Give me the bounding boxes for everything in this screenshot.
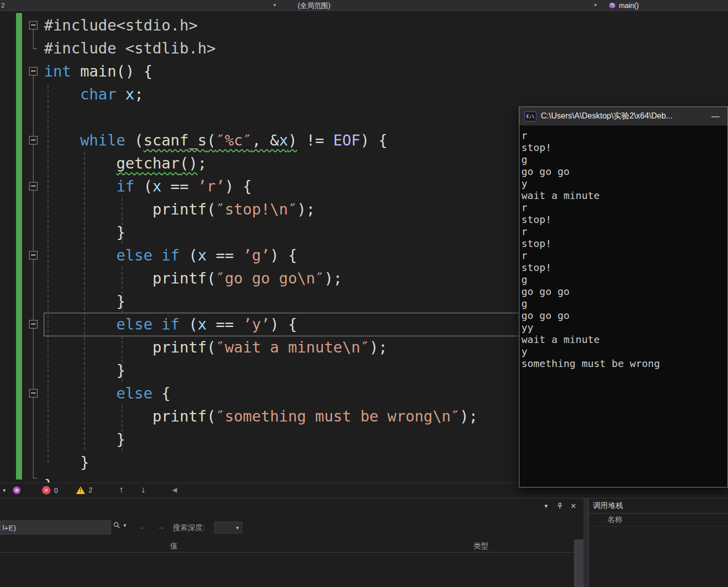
fold-marker[interactable]: [29, 136, 38, 144]
console-output: rstop!ggo go goywait a minuterstop!rstop…: [519, 126, 727, 370]
panel-divider[interactable]: [583, 498, 588, 587]
code-token: [153, 316, 162, 333]
code-token: [44, 154, 117, 172]
console-line: stop!: [521, 142, 726, 154]
search-button[interactable]: ▼: [113, 522, 127, 529]
fold-marker[interactable]: [29, 251, 38, 260]
code-token: while: [80, 132, 125, 149]
code-token: [44, 200, 153, 218]
console-titlebar[interactable]: C:\ C:\Users\A\Desktop\实验2\x64\Deb... —: [519, 107, 727, 126]
scrollbar[interactable]: [574, 540, 583, 587]
code-token: ’r’: [198, 178, 225, 195]
errors-button[interactable]: ✕ 0: [42, 486, 58, 494]
pin-icon[interactable]: [556, 502, 563, 512]
console-line: wait a minute: [521, 190, 726, 202]
code-line[interactable]: int main() {: [44, 60, 728, 83]
code-token: [44, 408, 153, 425]
code-line[interactable]: char x;: [44, 83, 728, 106]
console-window[interactable]: C:\ C:\Users\A\Desktop\实验2\x64\Deb... — …: [519, 106, 728, 488]
code-token: ) {: [360, 132, 387, 149]
code-token: ;: [198, 154, 207, 172]
fold-marker[interactable]: [29, 67, 38, 76]
code-token: ==: [207, 246, 243, 264]
project-dropdown[interactable]: 2: [1, 2, 5, 9]
bottom-panels: ▼ ✕ ▼ ← → 搜索深度: ▼ 值: [0, 498, 728, 587]
code-token: getchar: [117, 154, 180, 172]
fold-marker[interactable]: [29, 320, 38, 328]
next-item-button[interactable]: ↓: [141, 484, 146, 495]
fold-marker[interactable]: [29, 21, 38, 30]
code-line[interactable]: #include<stdio.h>: [44, 14, 728, 37]
code-line[interactable]: #include <stdlib.h>: [44, 37, 728, 60]
code-token: ″something must be wrong\n″: [216, 408, 460, 425]
code-token: }: [44, 362, 126, 379]
previous-item-button[interactable]: ↑: [119, 484, 124, 495]
code-token: if: [162, 246, 180, 264]
code-token: }: [44, 454, 89, 471]
search-depth-label: 搜索深度:: [173, 523, 205, 532]
code-token: main: [80, 62, 116, 80]
navigation-bar: 2 ▼ (全局范围) ▼ main(): [0, 0, 728, 11]
chevron-down-icon: ▼: [123, 523, 127, 528]
back-arrow-button[interactable]: ←: [138, 522, 147, 532]
code-token: if: [162, 316, 180, 333]
code-token: ) {: [270, 246, 297, 264]
minimize-button[interactable]: —: [708, 112, 722, 121]
code-token: (: [180, 246, 198, 264]
code-token: [44, 246, 117, 264]
code-token: );: [324, 270, 342, 287]
forward-arrow-button[interactable]: →: [156, 522, 165, 532]
warning-icon: [76, 486, 85, 494]
code-token: [44, 270, 153, 287]
error-count: 0: [54, 486, 58, 494]
console-title: C:\Users\A\Desktop\实验2\x64\Deb...: [541, 111, 704, 122]
code-token: [44, 338, 153, 356]
code-token: [153, 246, 162, 264]
code-token: ) {: [270, 316, 297, 333]
watch-column-headers: 值 类型: [0, 540, 574, 552]
diagnostics-icon[interactable]: [13, 486, 21, 494]
code-token: (: [207, 132, 216, 149]
code-token: );: [297, 200, 315, 218]
chevron-down-icon[interactable]: ▼: [593, 3, 597, 8]
code-token: int: [44, 62, 71, 80]
code-token: (: [126, 132, 144, 149]
column-header-value[interactable]: 值: [170, 542, 178, 551]
code-token: [44, 86, 80, 103]
code-token: printf: [153, 270, 207, 287]
code-token: else: [117, 384, 153, 402]
code-token: ==: [207, 316, 243, 333]
console-line: g: [521, 154, 726, 166]
console-line: wait a minute: [521, 334, 726, 346]
column-header-name[interactable]: 名称: [607, 515, 622, 524]
search-depth-dropdown[interactable]: ▼: [214, 522, 242, 534]
code-token: printf: [153, 338, 207, 356]
window-menu-icon[interactable]: ▼: [543, 503, 549, 509]
search-input[interactable]: [0, 520, 111, 534]
chevron-down-icon[interactable]: ▼: [273, 3, 277, 8]
code-token: [44, 178, 117, 195]
fold-marker[interactable]: [29, 182, 38, 190]
collapse-left-icon[interactable]: ◀: [172, 486, 177, 494]
code-token: !=: [297, 132, 333, 149]
scope-dropdown[interactable]: (全局范围): [298, 2, 330, 10]
code-token: () {: [117, 62, 153, 80]
code-token: );: [460, 408, 478, 425]
warnings-button[interactable]: 2: [76, 486, 93, 494]
code-token: (: [207, 408, 216, 425]
code-token: [44, 384, 117, 402]
code-token: (: [135, 178, 153, 195]
console-line: go go go: [521, 166, 726, 178]
code-token: (: [207, 270, 216, 287]
code-token: scanf_s: [144, 132, 207, 149]
member-cube-icon: [608, 2, 616, 11]
column-header-type[interactable]: 类型: [473, 542, 488, 551]
member-dropdown[interactable]: main(): [619, 2, 639, 10]
console-line: r: [521, 226, 726, 238]
code-token: x: [153, 178, 162, 195]
chevron-down-icon[interactable]: ▼: [2, 488, 7, 493]
code-token: else: [117, 246, 153, 264]
close-icon[interactable]: ✕: [570, 502, 576, 510]
console-line: g: [521, 298, 726, 310]
fold-marker[interactable]: [29, 389, 38, 398]
